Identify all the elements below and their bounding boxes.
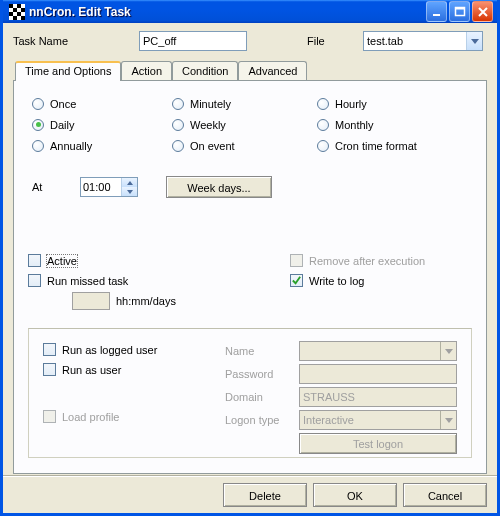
- test-logon-button: Test logon: [299, 433, 457, 454]
- check-active[interactable]: [28, 254, 41, 267]
- tab-advanced[interactable]: Advanced: [238, 61, 307, 80]
- radio-annually[interactable]: [32, 140, 44, 152]
- task-name-input[interactable]: [139, 31, 247, 51]
- cancel-button[interactable]: Cancel: [403, 483, 487, 507]
- svg-rect-0: [433, 14, 440, 16]
- svg-rect-2: [455, 7, 464, 9]
- tab-action[interactable]: Action: [121, 61, 172, 80]
- password-label: Password: [225, 368, 299, 380]
- name-select: [299, 341, 457, 361]
- domain-input: STRAUSS: [299, 387, 457, 407]
- tabs: Time and Options Action Condition Advanc…: [13, 61, 487, 474]
- task-name-label: Task Name: [13, 35, 139, 47]
- check-run-missed[interactable]: [28, 274, 41, 287]
- check-run-logged-user[interactable]: [43, 343, 56, 356]
- radio-on-event[interactable]: [172, 140, 184, 152]
- radio-hourly[interactable]: [317, 98, 329, 110]
- schedule-radio-group: Once Minutely Hourly Daily Weekly Monthl…: [32, 95, 472, 154]
- check-load-profile: [43, 410, 56, 423]
- weekdays-button[interactable]: Week days...: [166, 176, 272, 198]
- window-title: nnCron. Edit Task: [29, 5, 424, 19]
- window: nnCron. Edit Task Task Name File test.ta…: [0, 0, 500, 516]
- radio-weekly[interactable]: [172, 119, 184, 131]
- spin-down-icon[interactable]: [122, 187, 137, 196]
- tab-body: Once Minutely Hourly Daily Weekly Monthl…: [13, 80, 487, 474]
- at-time-input[interactable]: [81, 178, 121, 196]
- radio-once[interactable]: [32, 98, 44, 110]
- hhmmdays-label: hh:mm/days: [116, 295, 176, 307]
- bottom-bar: Delete OK Cancel: [3, 476, 497, 513]
- logon-type-select: Interactive: [299, 410, 457, 430]
- spin-up-icon[interactable]: [122, 178, 137, 187]
- name-label: Name: [225, 345, 299, 357]
- chevron-down-icon: [440, 411, 456, 429]
- check-remove-after: [290, 254, 303, 267]
- check-run-as-user[interactable]: [43, 363, 56, 376]
- tab-condition[interactable]: Condition: [172, 61, 238, 80]
- at-label: At: [32, 181, 80, 193]
- missed-time-input: [72, 292, 110, 310]
- file-select[interactable]: test.tab: [363, 31, 483, 51]
- domain-label: Domain: [225, 391, 299, 403]
- content: Task Name File test.tab Time and Options…: [3, 23, 497, 476]
- file-label: File: [307, 35, 363, 47]
- radio-monthly[interactable]: [317, 119, 329, 131]
- maximize-button[interactable]: [449, 1, 470, 22]
- radio-minutely[interactable]: [172, 98, 184, 110]
- tab-time-and-options[interactable]: Time and Options: [15, 61, 121, 81]
- radio-cron-time-format[interactable]: [317, 140, 329, 152]
- minimize-button[interactable]: [426, 1, 447, 22]
- ok-button[interactable]: OK: [313, 483, 397, 507]
- app-icon: [9, 4, 25, 20]
- at-time-spinner[interactable]: [80, 177, 138, 197]
- logon-type-label: Logon type: [225, 414, 299, 426]
- close-button[interactable]: [472, 1, 493, 22]
- password-input: [299, 364, 457, 384]
- titlebar: nnCron. Edit Task: [3, 0, 497, 23]
- radio-daily[interactable]: [32, 119, 44, 131]
- delete-button[interactable]: Delete: [223, 483, 307, 507]
- chevron-down-icon: [466, 32, 482, 50]
- runas-group: Run as logged user Run as user Load prof…: [28, 328, 472, 458]
- chevron-down-icon: [440, 342, 456, 360]
- file-select-value: test.tab: [364, 35, 466, 47]
- check-write-to-log[interactable]: [290, 274, 303, 287]
